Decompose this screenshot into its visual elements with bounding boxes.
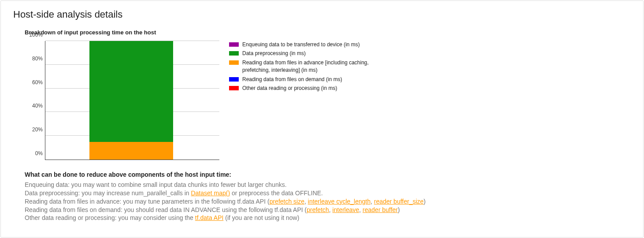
link-dataset-map[interactable]: Dataset map() <box>191 190 230 197</box>
advice-other: Other data reading or processing: you ma… <box>25 214 631 222</box>
stacked-bar-chart: 0% 20% 40% 60% 80% 100% <box>25 41 219 160</box>
link-interleave[interactable]: interleave <box>333 206 359 213</box>
legend-item-reading-ondemand: Reading data from files on demand (in ms… <box>229 76 370 83</box>
host-analysis-card: Host-side analysis details Breakdown of … <box>0 0 644 238</box>
legend-item-reading-advance: Reading data from files in advance [incl… <box>229 59 370 74</box>
bar-preprocessing <box>89 41 173 142</box>
legend: Enqueuing data to be transferred to devi… <box>229 41 370 93</box>
legend-label: Reading data from files on demand (in ms… <box>242 76 342 83</box>
legend-item-enqueuing: Enqueuing data to be transferred to devi… <box>229 41 370 48</box>
chart-title: Breakdown of input processing time on th… <box>25 29 631 36</box>
legend-item-preprocessing: Data preprocessing (in ms) <box>229 50 370 57</box>
link-prefetch-size[interactable]: prefetch size <box>270 198 304 205</box>
swatch-icon <box>229 60 239 65</box>
ytick-0: 0% <box>25 150 43 156</box>
swatch-icon <box>229 77 239 82</box>
link-interleave-cycle-length[interactable]: interleave cycle_length <box>308 198 370 205</box>
link-reader-buffer-size[interactable]: reader buffer_size <box>374 198 424 205</box>
legend-label: Other data reading or processing (in ms) <box>242 85 337 92</box>
swatch-icon <box>229 86 239 90</box>
ytick-40: 40% <box>25 103 43 109</box>
link-reader-buffer[interactable]: reader buffer <box>363 206 398 213</box>
swatch-icon <box>229 42 239 47</box>
ytick-80: 80% <box>25 56 43 62</box>
bar-stack <box>89 41 173 160</box>
ytick-60: 60% <box>25 79 43 86</box>
bar-reading-advance <box>89 142 173 160</box>
legend-item-other: Other data reading or processing (in ms) <box>229 85 370 92</box>
advice-reading-ondemand: Reading data from files on demand: you s… <box>25 206 631 214</box>
page-title: Host-side analysis details <box>13 9 631 20</box>
link-tfdata-api[interactable]: tf.data API <box>195 214 224 221</box>
advice-block: What can be done to reduce above compone… <box>25 171 631 222</box>
plot-area: 0% 20% 40% 60% 80% 100% <box>45 41 219 160</box>
advice-heading: What can be done to reduce above compone… <box>25 171 631 179</box>
swatch-icon <box>229 51 239 56</box>
ytick-20: 20% <box>25 126 43 133</box>
advice-enqueuing: Enqueuing data: you may want to combine … <box>25 181 631 189</box>
legend-label: Data preprocessing (in ms) <box>242 50 306 57</box>
ytick-100: 100% <box>25 32 43 38</box>
advice-reading-advance: Reading data from files in advance: you … <box>25 197 631 206</box>
chart-block: 0% 20% 40% 60% 80% 100% Enqueuing data t… <box>25 41 631 160</box>
legend-label: Enqueuing data to be transferred to devi… <box>242 41 360 48</box>
advice-preprocessing: Data preprocessing: you may increase num… <box>25 189 631 197</box>
link-prefetch[interactable]: prefetch <box>307 206 329 213</box>
legend-label: Reading data from files in advance [incl… <box>242 59 370 74</box>
